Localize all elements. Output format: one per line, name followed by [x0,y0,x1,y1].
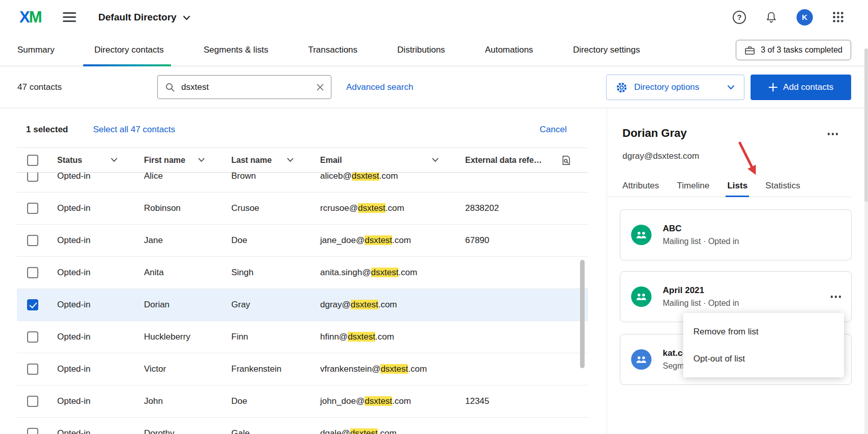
table-row[interactable]: Opted-in Victor Frankenstein vfrankenste… [17,353,588,385]
kebab-icon [828,133,830,135]
cell-email: jane_doe@dsxtest.com [320,235,465,246]
cell-last-name: Singh [231,268,320,278]
page-scrollbar-thumb[interactable] [864,49,868,202]
search-highlight: dsxtest [348,332,375,342]
row-checkbox[interactable] [27,428,38,434]
nav-tab-transactions[interactable]: Transactions [308,34,357,66]
directory-options-label: Directory options [634,82,700,92]
logo-x: X [19,8,29,26]
cell-email: vfrankenstein@dsxtest.com [320,364,465,374]
chevron-down-icon[interactable] [432,158,439,162]
nav-tab-automations[interactable]: Automations [485,34,534,66]
add-contacts-button[interactable]: Add contacts [751,75,851,100]
avatar-initial: K [802,13,808,21]
row-checkbox[interactable] [27,267,38,278]
user-avatar[interactable]: K [797,9,813,26]
cell-email: anita.singh@dsxtest.com [320,268,465,278]
table-row[interactable]: Opted-in Anita Singh anita.singh@dsxtest… [17,257,588,289]
cell-status: Opted-in [57,300,144,310]
nav-tab-directory-contacts[interactable]: Directory contacts [94,34,164,66]
cell-email: aliceb@dsxtest.com [320,173,465,181]
chevron-down-icon[interactable] [287,158,294,162]
list-meta: Mailing list · Opted in [663,299,739,308]
bell-icon[interactable] [765,11,778,24]
clear-search-button[interactable] [317,84,324,91]
search-highlight: dsxtest [352,173,379,181]
row-checkbox[interactable] [27,173,38,182]
panel-tab-statistics[interactable]: Statistics [765,175,800,197]
contact-menu-button[interactable] [828,133,838,135]
list-menu-button[interactable] [831,296,841,298]
briefcase-icon [744,45,755,55]
table-row[interactable]: Opted-in John Doe john_doe@dsxtest.com 1… [17,385,588,418]
search-highlight: dsxtest [358,203,385,213]
topbar: XM Default Directory ? K [0,0,868,34]
nav-tab-summary[interactable]: Summary [17,34,55,66]
row-checkbox[interactable] [27,331,38,343]
panel-tab-lists[interactable]: Lists [727,175,748,197]
panel-tab-attributes[interactable]: Attributes [622,175,659,197]
list-context-menu: Remove from list Opt-out of list [683,313,844,377]
tasks-completed-button[interactable]: 3 of 3 tasks completed [736,40,851,60]
cell-last-name: Doe [231,396,320,406]
column-header-first-name[interactable]: First name [144,156,231,165]
menu-icon[interactable] [63,12,76,22]
column-header-last-name[interactable]: Last name [231,156,320,165]
chevron-down-icon[interactable] [111,158,117,162]
row-checkbox[interactable] [27,235,38,246]
table-row[interactable]: Opted-in Alice Brown aliceb@dsxtest.com [17,173,588,192]
cell-external-ref: 2838202 [465,203,588,213]
list-card[interactable]: ABC Mailing list · Opted in [620,209,852,260]
search-highlight: dsxtest [365,235,392,245]
row-checkbox[interactable] [27,396,38,407]
page-scrollbar[interactable] [864,49,868,434]
select-all-checkbox[interactable] [27,155,38,166]
nav-tab-directory-settings[interactable]: Directory settings [573,34,640,66]
cell-status: Opted-in [57,173,144,181]
nav-tab-distributions[interactable]: Distributions [397,34,445,66]
cell-first-name: John [144,396,231,406]
chevron-down-icon[interactable] [198,158,205,162]
selection-bar: 1 selected Select all 47 contacts Cancel [17,115,588,144]
contact-email: dgray@dsxtest.com [622,151,699,161]
tasks-completed-label: 3 of 3 tasks completed [761,45,842,55]
app-grid-icon[interactable] [832,11,845,23]
row-checkbox-checked[interactable] [27,299,38,310]
table-row[interactable]: Opted-in Robinson Crusoe rcrusoe@dsxtest… [17,192,588,225]
panel-tab-timeline[interactable]: Timeline [677,175,710,197]
advanced-search-link[interactable]: Advanced search [346,82,413,92]
column-header-email[interactable]: Email [320,156,465,165]
table-scrollbar[interactable] [580,260,585,368]
select-all-link[interactable]: Select all 47 contacts [93,125,175,135]
cell-last-name: Finn [231,332,320,342]
cell-status: Opted-in [57,235,144,246]
search-input[interactable] [181,82,310,92]
column-header-status[interactable]: Status [57,156,144,165]
table-row[interactable]: Opted-in Jane Doe jane_doe@dsxtest.com 6… [17,225,588,257]
document-search-icon[interactable] [561,155,572,166]
xm-logo[interactable]: XM [19,8,41,27]
cell-last-name: Frankenstein [231,364,320,374]
menu-item-opt-out-of-list[interactable]: Opt-out of list [683,345,844,372]
cell-first-name: Alice [144,173,231,181]
directory-label: Default Directory [99,12,177,23]
column-label: First name [144,156,185,165]
directory-options-button[interactable]: Directory options [606,75,744,100]
directory-selector[interactable]: Default Directory [99,12,190,23]
help-icon[interactable]: ? [733,11,746,24]
chevron-down-icon [727,85,735,90]
table-row-selected[interactable]: Opted-in Dorian Gray dgray@dsxtest.com [17,289,588,321]
row-checkbox[interactable] [27,364,38,375]
table-row[interactable]: Opted-in Huckleberry Finn hfinn@dsxtest.… [17,321,588,353]
cell-last-name: Gale [231,428,320,434]
row-checkbox[interactable] [27,203,38,214]
directory-nav: Summary Directory contacts Segments & li… [0,34,868,66]
cell-first-name: Huckleberry [144,332,231,342]
cancel-link[interactable]: Cancel [540,125,567,135]
menu-item-remove-from-list[interactable]: Remove from list [683,318,844,345]
column-header-external-ref[interactable]: External data reference [465,155,588,166]
nav-tab-segments-lists[interactable]: Segments & lists [204,34,269,66]
column-label: Status [57,156,82,165]
people-icon [631,286,652,307]
table-row[interactable]: Opted-in Dorothy Gale dgale@dsxtest.com [17,418,588,434]
